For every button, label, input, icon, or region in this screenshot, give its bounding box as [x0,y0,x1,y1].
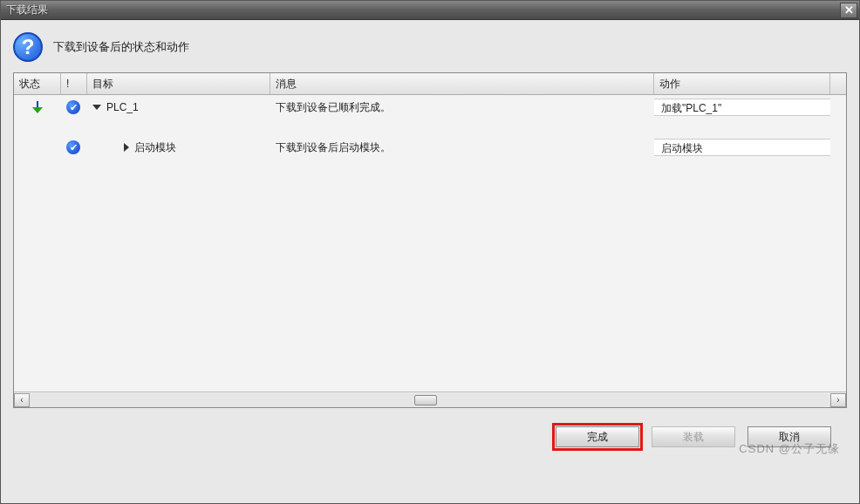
window-title: 下载结果 [6,3,840,17]
message-label: 下载到设备后启动模块。 [270,140,654,155]
dialog-footer: 完成 装载 取消 CSDN @公子无缘 [13,408,847,466]
scroll-right-icon[interactable]: › [830,393,846,407]
table-row[interactable]: ✔ 启动模块 下载到设备后启动模块。 启动模块 [14,135,846,160]
results-table: 状态 ! 目标 消息 动作 ✔ PLC_1 [13,72,847,408]
close-icon[interactable]: ✕ [840,3,857,18]
header-text: 下载到设备后的状态和动作 [53,39,189,55]
titlebar[interactable]: 下载结果 ✕ [1,1,859,20]
scroll-left-icon[interactable]: ‹ [14,393,30,407]
header-row: ? 下载到设备后的状态和动作 [13,32,847,62]
scrollbar-thumb[interactable] [414,395,437,405]
question-icon: ? [13,32,43,62]
col-header-end [830,73,846,94]
col-header-exclaim[interactable]: ! [61,73,87,94]
target-label: 启动模块 [134,140,176,155]
action-cell[interactable]: 加载"PLC_1" [654,99,830,116]
target-label: PLC_1 [106,101,139,113]
finish-button[interactable]: 完成 [556,426,639,447]
scrollbar-track[interactable] [30,393,830,407]
horizontal-scrollbar[interactable]: ‹ › [14,392,846,407]
dialog-body: ? 下载到设备后的状态和动作 状态 ! 目标 消息 动作 ✔ [1,20,859,503]
message-label: 下载到设备已顺利完成。 [270,100,654,115]
col-header-message[interactable]: 消息 [270,73,654,94]
table-row[interactable]: ✔ PLC_1 下载到设备已顺利完成。 加载"PLC_1" [14,95,846,119]
table-header: 状态 ! 目标 消息 动作 [14,73,846,95]
check-icon: ✔ [66,100,80,114]
col-header-action[interactable]: 动作 [654,73,830,94]
download-results-window: 下载结果 ✕ ? 下载到设备后的状态和动作 状态 ! 目标 消息 动作 [0,0,860,504]
download-arrow-icon [31,100,44,114]
table-body: ✔ PLC_1 下载到设备已顺利完成。 加载"PLC_1" [14,95,846,392]
action-cell[interactable]: 启动模块 [654,139,830,156]
col-header-status[interactable]: 状态 [14,73,61,94]
cancel-button[interactable]: 取消 [747,426,831,447]
chevron-right-icon[interactable] [124,143,129,152]
load-button: 装载 [652,426,735,447]
check-icon: ✔ [66,140,80,154]
col-header-target[interactable]: 目标 [87,73,270,94]
chevron-down-icon[interactable] [92,105,101,110]
